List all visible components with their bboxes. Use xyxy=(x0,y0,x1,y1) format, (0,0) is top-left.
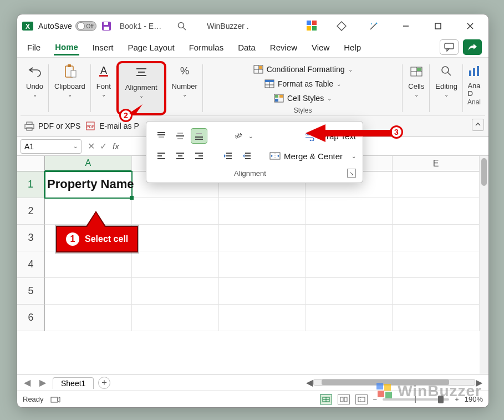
new-sheet-button[interactable]: ＋ xyxy=(98,377,110,389)
search-icon[interactable] xyxy=(177,21,187,31)
save-icon[interactable] xyxy=(101,21,112,32)
email-pdf-button[interactable]: PDF E-mail as P xyxy=(85,121,139,131)
cell[interactable] xyxy=(393,225,480,251)
dialog-launcher-button[interactable]: ↘ xyxy=(347,169,356,178)
ribbon-group-cells[interactable]: Cells ⌄ xyxy=(403,61,430,115)
cell[interactable] xyxy=(219,198,306,225)
orientation-button[interactable]: ab xyxy=(230,128,246,144)
tab-review[interactable]: Review xyxy=(269,41,298,54)
vertical-scrollbar[interactable] xyxy=(480,156,488,374)
tab-home[interactable]: Home xyxy=(54,40,79,55)
sheet-nav-next[interactable]: ▶ xyxy=(37,377,48,388)
fx-label[interactable]: fx xyxy=(113,141,119,151)
account-avatar-icon[interactable] xyxy=(306,19,319,33)
view-page-break-button[interactable] xyxy=(355,394,368,404)
cell[interactable] xyxy=(45,251,132,278)
sheet-nav-prev[interactable]: ◀ xyxy=(22,377,33,388)
cell[interactable] xyxy=(132,251,219,278)
accessibility-icon[interactable] xyxy=(50,396,60,403)
align-right-button[interactable] xyxy=(191,148,207,164)
tab-help[interactable]: Help xyxy=(343,41,362,54)
ribbon-collapse-button[interactable] xyxy=(472,119,484,131)
cell[interactable] xyxy=(132,225,219,251)
sheet-tab-1[interactable]: Sheet1 xyxy=(53,377,94,389)
cell[interactable] xyxy=(132,198,219,225)
cell[interactable] xyxy=(219,305,306,331)
column-header-e[interactable]: E xyxy=(393,156,480,171)
comments-button[interactable] xyxy=(440,39,459,55)
align-left-button[interactable] xyxy=(153,148,170,164)
chevron-down-icon[interactable]: ⌄ xyxy=(248,133,253,139)
zoom-level[interactable]: 190% xyxy=(465,395,483,403)
ribbon-group-analyze[interactable]: Ana D Anal xyxy=(463,61,485,115)
cell[interactable] xyxy=(45,278,132,305)
ribbon-group-clipboard[interactable]: Clipboard ⌄ xyxy=(49,61,91,115)
cell[interactable] xyxy=(306,251,393,278)
row-header-2[interactable]: 2 xyxy=(17,198,45,225)
merge-center-button[interactable]: Merge & Center ⌄ xyxy=(269,151,356,161)
tab-file[interactable]: File xyxy=(26,41,42,54)
cell[interactable] xyxy=(393,305,480,331)
cell[interactable] xyxy=(306,225,393,251)
fill-handle[interactable] xyxy=(130,196,134,200)
ribbon-group-editing[interactable]: Editing ⌄ xyxy=(430,61,463,115)
row-header-6[interactable]: 6 xyxy=(17,305,45,331)
row-header-4[interactable]: 4 xyxy=(17,251,45,278)
decrease-indent-button[interactable] xyxy=(220,148,236,164)
conditional-formatting-button[interactable]: Conditional Formatting ⌄ xyxy=(253,62,353,77)
cell[interactable] xyxy=(219,225,306,251)
cancel-icon[interactable]: ✕ xyxy=(86,141,96,151)
row-header-5[interactable]: 5 xyxy=(17,278,45,305)
cell[interactable] xyxy=(45,305,132,331)
diamond-icon[interactable] xyxy=(332,17,351,36)
select-all-corner[interactable] xyxy=(17,156,45,171)
cell[interactable] xyxy=(306,278,393,305)
cell[interactable] xyxy=(393,278,480,305)
autosave-toggle[interactable]: AutoSave Off xyxy=(38,21,96,31)
tab-insert[interactable]: Insert xyxy=(91,41,115,54)
tab-data[interactable]: Data xyxy=(237,41,257,54)
align-top-button[interactable] xyxy=(153,128,170,144)
name-box[interactable]: A1 ⌄ xyxy=(21,139,82,154)
ribbon-group-number[interactable]: % Number ⌄ xyxy=(166,61,203,115)
cell[interactable] xyxy=(306,198,393,225)
cell[interactable] xyxy=(393,198,480,225)
ribbon-group-undo[interactable]: Undo ⌄ xyxy=(21,61,49,115)
ribbon-group-font[interactable]: A Font ⌄ xyxy=(91,61,116,115)
share-button[interactable] xyxy=(463,39,482,55)
tab-formulas[interactable]: Formulas xyxy=(188,41,225,54)
column-header-a[interactable]: A xyxy=(45,156,132,171)
pdf-xps-button[interactable]: PDF or XPS xyxy=(24,121,80,131)
view-normal-button[interactable] xyxy=(320,394,332,404)
cell[interactable] xyxy=(132,305,219,331)
zoom-in-button[interactable]: + xyxy=(455,395,459,403)
cell[interactable] xyxy=(132,278,219,305)
tab-page-layout[interactable]: Page Layout xyxy=(126,41,175,54)
enter-icon[interactable]: ✓ xyxy=(98,141,108,151)
row-header-1[interactable]: 1 xyxy=(17,171,45,198)
toggle-switch[interactable]: Off xyxy=(75,21,96,31)
horizontal-scrollbar[interactable]: ◀ ▶ xyxy=(306,378,483,387)
zoom-out-button[interactable]: − xyxy=(373,395,378,403)
close-button[interactable] xyxy=(461,17,480,36)
account-name[interactable]: WinBuzzer . xyxy=(207,22,248,31)
row-header-3[interactable]: 3 xyxy=(17,225,45,251)
increase-indent-button[interactable] xyxy=(238,148,255,164)
format-as-table-button[interactable]: Format as Table ⌄ xyxy=(264,77,341,91)
minimize-button[interactable] xyxy=(396,17,415,36)
cell-e1[interactable] xyxy=(393,171,480,198)
tab-view[interactable]: View xyxy=(310,41,330,54)
wand-icon[interactable] xyxy=(364,17,383,36)
zoom-slider[interactable] xyxy=(383,398,449,401)
cell-styles-button[interactable]: Cell Styles ⌄ xyxy=(274,91,332,105)
cell-a1[interactable]: Property Name xyxy=(45,171,132,198)
align-middle-button[interactable] xyxy=(172,128,189,144)
view-page-layout-button[interactable] xyxy=(338,394,350,404)
align-bottom-button[interactable] xyxy=(191,128,207,144)
chevron-down-icon[interactable]: ⌄ xyxy=(352,153,356,159)
cell[interactable] xyxy=(219,278,306,305)
align-center-button[interactable] xyxy=(172,148,189,164)
cell[interactable] xyxy=(219,251,306,278)
maximize-button[interactable] xyxy=(429,17,447,36)
cell[interactable] xyxy=(306,305,393,331)
